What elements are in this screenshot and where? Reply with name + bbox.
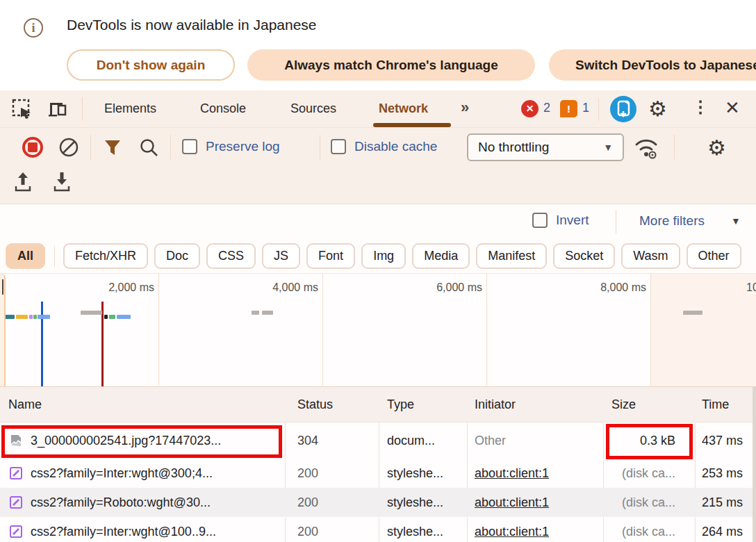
- tab-elements[interactable]: Elements: [104, 90, 156, 127]
- filter-separator: [616, 210, 616, 233]
- toolbar-separator: [90, 135, 91, 160]
- preserve-log-control[interactable]: Preserve log: [182, 139, 280, 154]
- size-cell[interactable]: (disk ca...: [603, 488, 685, 517]
- invert-label: Invert: [556, 213, 589, 228]
- dont-show-again-button[interactable]: Don't show again: [67, 49, 235, 81]
- type-cell[interactable]: styleshe...: [387, 517, 463, 542]
- tabbar-right-separator: [598, 97, 599, 121]
- record-network-log-button[interactable]: [22, 137, 43, 158]
- table-header-row: Name Status Type Initiator Size Time: [0, 387, 756, 422]
- time-cell[interactable]: 215 ms: [702, 488, 756, 517]
- tab-console[interactable]: Console: [200, 90, 246, 127]
- error-badge-icon[interactable]: ✕: [521, 100, 539, 117]
- toolbar-separator: [170, 135, 171, 160]
- request-name-cell[interactable]: css2?family=Roboto:wght@30...: [8, 488, 281, 517]
- search-icon[interactable]: [139, 138, 158, 157]
- disable-cache-checkbox[interactable]: [331, 139, 346, 154]
- chip-other[interactable]: Other: [687, 243, 741, 269]
- network-settings-gear-icon[interactable]: ⚙: [707, 136, 726, 160]
- request-name-cell[interactable]: css2?family=Inter:wght@300;4...: [8, 459, 281, 488]
- toolbar-separator: [674, 135, 675, 160]
- type-cell[interactable]: styleshe...: [387, 488, 463, 517]
- table-scrollbar[interactable]: [753, 387, 756, 542]
- table-row[interactable]: css2?family=Roboto:wght@30... 200 styles…: [0, 488, 756, 517]
- header-initiator[interactable]: Initiator: [475, 387, 516, 422]
- initiator-cell[interactable]: about:client:1: [475, 459, 600, 488]
- chip-wasm[interactable]: Wasm: [621, 243, 680, 269]
- header-type[interactable]: Type: [387, 387, 414, 422]
- initiator-cell[interactable]: Other: [475, 422, 600, 459]
- devtools-language-infobar: i DevTools is now available in Japanese …: [0, 0, 756, 90]
- initiator-link[interactable]: about:client:1: [475, 466, 549, 481]
- warning-badge-icon[interactable]: !: [560, 100, 577, 117]
- gridline-2000ms: [158, 274, 159, 387]
- table-row[interactable]: css2?family=Inter:wght@100..9... 200 sty…: [0, 517, 756, 542]
- type-cell[interactable]: styleshe...: [387, 459, 463, 488]
- tab-network[interactable]: Network: [379, 90, 428, 127]
- chip-manifest[interactable]: Manifest: [476, 243, 547, 269]
- waterfall-dot-black: [104, 315, 108, 319]
- extension-device-icon[interactable]: [610, 96, 636, 122]
- invert-checkbox[interactable]: [532, 213, 548, 228]
- size-cell[interactable]: (disk ca...: [603, 459, 685, 488]
- import-har-icon[interactable]: [13, 171, 33, 193]
- header-time[interactable]: Time: [702, 387, 729, 422]
- chip-all[interactable]: All: [6, 243, 45, 269]
- filter-funnel-icon[interactable]: [103, 138, 122, 157]
- settings-gear-icon[interactable]: ⚙: [648, 97, 667, 121]
- chip-js[interactable]: JS: [262, 243, 300, 269]
- status-cell[interactable]: 200: [297, 517, 375, 542]
- kebab-menu-icon[interactable]: ⋮: [692, 97, 709, 117]
- header-status[interactable]: Status: [297, 387, 333, 422]
- overview-left-grip[interactable]: [0, 274, 6, 387]
- network-conditions-icon[interactable]: [634, 136, 659, 160]
- preserve-log-label: Preserve log: [206, 139, 280, 154]
- chip-css[interactable]: CSS: [206, 243, 256, 269]
- chip-socket[interactable]: Socket: [553, 243, 615, 269]
- initiator-link[interactable]: about:client:1: [475, 525, 549, 539]
- table-row[interactable]: css2?family=Inter:wght@300;4... 200 styl…: [0, 459, 756, 488]
- size-cell[interactable]: (disk ca...: [603, 517, 685, 542]
- time-cell[interactable]: 253 ms: [702, 459, 756, 488]
- close-devtools-icon[interactable]: ✕: [725, 97, 740, 119]
- header-name[interactable]: Name: [8, 387, 42, 422]
- gridline-6000ms: [486, 274, 487, 387]
- device-toolbar-icon[interactable]: [47, 99, 68, 120]
- type-cell[interactable]: docum...: [387, 422, 463, 459]
- more-tabs-button[interactable]: »: [461, 99, 468, 117]
- clear-network-log-icon[interactable]: [58, 137, 79, 158]
- tabbar-separator: [82, 97, 83, 121]
- waterfall-dash-green: [109, 315, 115, 319]
- initiator-link[interactable]: about:client:1: [475, 495, 549, 510]
- waterfall-bar-blue: [38, 315, 50, 319]
- request-name-cell[interactable]: css2?family=Inter:wght@100..9...: [8, 517, 281, 542]
- invert-control[interactable]: Invert: [532, 213, 589, 228]
- preserve-log-checkbox[interactable]: [182, 139, 197, 154]
- always-match-language-button[interactable]: Always match Chrome's language: [247, 49, 535, 81]
- chip-img[interactable]: Img: [361, 243, 406, 269]
- chip-media[interactable]: Media: [412, 243, 470, 269]
- throttling-dropdown[interactable]: No throttling ▼: [467, 133, 624, 161]
- switch-devtools-language-button[interactable]: Switch DevTools to Japanese: [549, 49, 756, 81]
- export-har-icon[interactable]: [51, 171, 72, 193]
- initiator-cell[interactable]: about:client:1: [475, 488, 600, 517]
- tab-sources[interactable]: Sources: [290, 90, 336, 127]
- inspect-element-icon[interactable]: [12, 99, 33, 120]
- time-cell[interactable]: 437 ms: [702, 422, 756, 459]
- chip-doc[interactable]: Doc: [154, 243, 200, 269]
- initiator-cell[interactable]: about:client:1: [475, 517, 600, 542]
- status-cell[interactable]: 304: [297, 422, 375, 459]
- disable-cache-control[interactable]: Disable cache: [331, 139, 437, 154]
- stylesheet-icon: [8, 524, 24, 539]
- more-filters-caret-icon[interactable]: ▼: [731, 215, 741, 227]
- info-icon: i: [24, 18, 43, 38]
- header-size[interactable]: Size: [611, 387, 636, 422]
- time-cell[interactable]: 264 ms: [702, 517, 756, 542]
- more-filters-button[interactable]: More filters: [639, 213, 705, 229]
- chip-font[interactable]: Font: [306, 243, 355, 269]
- status-cell[interactable]: 200: [297, 459, 375, 488]
- devtools-tabbar: Elements Console Sources Network » ✕ 2 !…: [0, 90, 756, 128]
- chip-fetch-xhr[interactable]: Fetch/XHR: [63, 243, 148, 269]
- status-cell[interactable]: 200: [297, 488, 375, 517]
- network-overview-timeline[interactable]: 2,000 ms 4,000 ms 6,000 ms 8,000 ms 10,0…: [0, 274, 756, 387]
